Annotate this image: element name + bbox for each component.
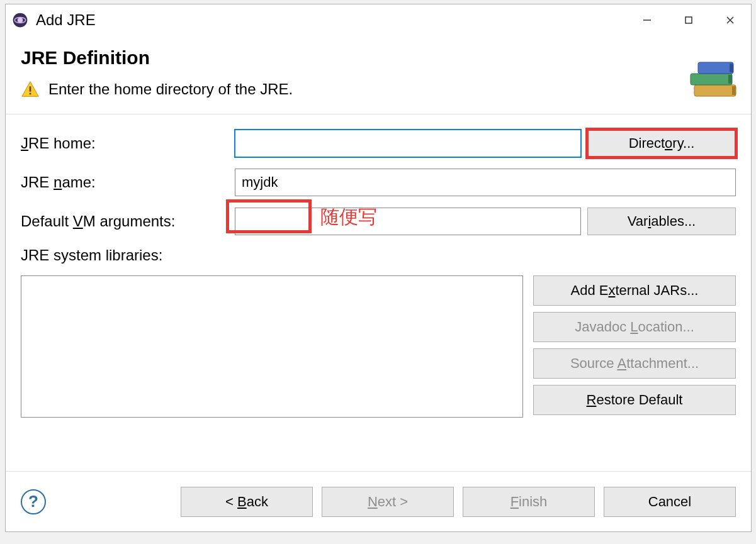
svg-rect-12	[698, 62, 733, 74]
svg-rect-11	[691, 74, 732, 85]
form-area: JRE home: Directory... JRE name: Default…	[6, 114, 751, 426]
warning-icon	[21, 80, 40, 99]
books-icon	[679, 48, 742, 111]
label-default-vm-args: Default VM arguments:	[21, 213, 228, 230]
title-bar: Add JRE	[6, 4, 751, 36]
next-button[interactable]: Next >	[322, 487, 454, 517]
svg-rect-10	[694, 85, 736, 96]
close-button[interactable]	[709, 4, 751, 36]
restore-default-button[interactable]: Restore Default	[533, 385, 736, 415]
banner-title: JRE Definition	[21, 47, 736, 69]
help-icon[interactable]: ?	[21, 489, 46, 514]
wizard-banner: JRE Definition Enter the home directory …	[6, 36, 751, 114]
back-button[interactable]: < Back	[181, 487, 313, 517]
svg-rect-4	[685, 17, 692, 23]
svg-rect-9	[30, 93, 31, 95]
svg-rect-15	[732, 86, 736, 95]
svg-point-2	[18, 18, 23, 23]
javadoc-location-button[interactable]: Javadoc Location...	[533, 312, 736, 342]
minimize-button[interactable]	[626, 4, 668, 36]
libraries-listbox[interactable]	[21, 275, 523, 418]
annotation-jre-name-text: 随便写	[320, 204, 377, 230]
finish-button[interactable]: Finish	[463, 487, 595, 517]
jre-home-input[interactable]	[235, 130, 581, 157]
add-external-jars-button[interactable]: Add External JARs...	[533, 275, 736, 306]
jre-name-input[interactable]	[235, 169, 736, 196]
variables-button[interactable]: Variables...	[587, 208, 736, 235]
wizard-footer: ? < Back Next > Finish Cancel	[6, 471, 751, 531]
maximize-button[interactable]	[668, 4, 709, 36]
window-title: Add JRE	[36, 11, 96, 29]
banner-message: Enter the home directory of the JRE.	[48, 80, 293, 98]
directory-button[interactable]: Directory...	[587, 130, 736, 157]
banner-message-row: Enter the home directory of the JRE.	[21, 80, 736, 99]
svg-rect-14	[728, 75, 732, 84]
libraries-area: Add External JARs... Javadoc Location...…	[21, 275, 736, 421]
label-jre-name: JRE name:	[21, 174, 228, 191]
eclipse-icon	[11, 11, 30, 30]
cancel-button[interactable]: Cancel	[604, 487, 736, 517]
label-jre-home: JRE home:	[21, 135, 228, 152]
default-vm-args-input[interactable]	[235, 208, 581, 235]
svg-rect-8	[30, 86, 31, 91]
label-jre-syslibs: JRE system libraries:	[21, 247, 736, 264]
source-attachment-button[interactable]: Source Attachment...	[533, 348, 736, 379]
svg-rect-13	[730, 64, 733, 72]
window-controls	[626, 4, 751, 36]
